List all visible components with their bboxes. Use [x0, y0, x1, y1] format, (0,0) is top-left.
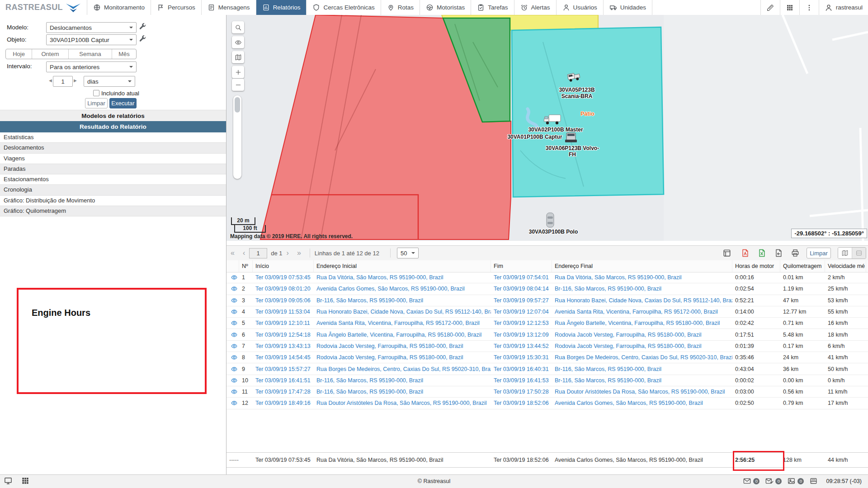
cell[interactable]: Br-116, São Marcos, RS 95190-000, Brazil [314, 389, 491, 395]
report-type-item[interactable]: Paradas [0, 164, 226, 174]
column-header[interactable]: Endereço Inicial [314, 260, 491, 272]
intervalo-select[interactable]: Para os anteriores [46, 61, 137, 72]
tab-relatorios[interactable]: Relatórios [256, 0, 307, 15]
row-view-eye-icon[interactable] [226, 389, 239, 395]
cell[interactable]: Ter 03/09/19 14:54:45 [253, 354, 314, 361]
cell[interactable]: Ter 03/09/19 17:50:28 [491, 389, 552, 395]
cell[interactable]: Ter 03/09/19 13:44:52 [491, 343, 552, 349]
cell[interactable]: Ter 03/09/19 09:57:27 [491, 297, 552, 304]
column-header[interactable]: Horas de motor [732, 260, 780, 272]
export-file-button[interactable] [774, 249, 783, 258]
cell[interactable]: Ter 03/09/19 11:53:04 [253, 309, 314, 315]
app-logo[interactable]: RASTREASUL [0, 0, 87, 15]
report-type-item[interactable]: Gráfico: Distribuição de Movimento [0, 196, 226, 206]
row-view-eye-icon[interactable] [226, 274, 239, 281]
tab-unidades[interactable]: Unidades [604, 0, 652, 15]
row-view-eye-icon[interactable] [226, 320, 239, 326]
cell[interactable]: Br-116, São Marcos, RS 95190-000, Brazil [314, 297, 491, 304]
storage-icon[interactable] [809, 477, 818, 485]
cell[interactable]: Ter 03/09/19 12:12:53 [491, 320, 552, 326]
cell[interactable]: Avenida Carlos Gomes, São Marcos, RS 951… [552, 400, 732, 406]
quick-range-ontem[interactable]: Ontem [32, 49, 69, 59]
cell[interactable]: Br-116, São Marcos, RS 95190-000, Brazil [552, 366, 732, 372]
export-excel-button[interactable] [757, 249, 766, 258]
tab-monitoramento[interactable]: Monitoramento [87, 0, 151, 15]
quick-range-semana[interactable]: Semana [69, 49, 112, 59]
row-view-eye-icon[interactable] [226, 332, 239, 338]
zoom-in-button[interactable] [232, 66, 244, 78]
row-view-eye-icon[interactable] [226, 297, 239, 304]
cell[interactable]: Br-116, São Marcos, RS 95190-000, Brazil [552, 377, 732, 384]
cell[interactable]: Ter 03/09/19 16:40:31 [491, 366, 552, 372]
first-page-button[interactable]: « [226, 249, 239, 257]
vehicle-marker-icon-polo[interactable] [546, 212, 555, 230]
map-search-button[interactable] [232, 21, 244, 33]
interval-count-input[interactable] [53, 76, 73, 87]
cell[interactable]: Ter 03/09/19 07:54:01 [491, 274, 552, 281]
column-header[interactable]: Nº [239, 260, 253, 272]
map-canvas[interactable]: 30VA05P123BScania-BRA30VA02P100B Master3… [226, 15, 868, 241]
column-header[interactable]: Fim [491, 260, 552, 272]
cell[interactable]: Ter 03/09/19 12:10:11 [253, 320, 314, 326]
cell[interactable]: Ter 03/09/19 08:01:20 [253, 286, 314, 292]
row-view-eye-icon[interactable] [226, 286, 239, 292]
map-view-toggle[interactable] [838, 248, 852, 258]
zoom-slider-thumb[interactable] [235, 97, 240, 113]
cell[interactable]: Rua Borges De Medeiros, Centro, Caxias D… [552, 354, 732, 361]
section-report-result[interactable]: Resultado do Relatório [0, 121, 226, 132]
cell[interactable]: Rua Doutor Aristóteles Da Rosa, São Marc… [552, 389, 732, 395]
mail-check-icon[interactable] [765, 477, 774, 485]
objeto-edit-wrench-icon[interactable] [138, 34, 147, 43]
cell[interactable]: Ter 03/09/19 17:47:28 [253, 389, 314, 395]
tab-rotas[interactable]: Rotas [381, 0, 420, 15]
split-view-toggle[interactable] [852, 248, 866, 258]
user-menu[interactable]: rastreasul [819, 0, 868, 15]
cell[interactable]: Ter 03/09/19 16:41:53 [491, 377, 552, 384]
row-view-eye-icon[interactable] [226, 343, 239, 349]
cell[interactable]: Ter 03/09/19 07:53:45 [253, 274, 314, 281]
mail-icon[interactable] [743, 477, 751, 485]
page-number-input[interactable] [249, 248, 267, 258]
page-size-select[interactable]: 50 [397, 248, 419, 258]
cell[interactable]: Ter 03/09/19 18:52:06 [491, 400, 552, 406]
cell[interactable]: Rodovia Jacob Versteg, Farroupilha, RS 9… [552, 343, 732, 349]
tab-mensagens[interactable]: Mensagens [202, 0, 256, 15]
cell[interactable]: Rodovia Jacob Versteg, Farroupilha, RS 9… [552, 332, 732, 338]
quick-range-hoje[interactable]: Hoje [6, 49, 32, 59]
column-header[interactable]: Endereço Final [552, 260, 732, 272]
section-report-models[interactable]: Modelos de relatórios [0, 110, 226, 121]
tab-percursos[interactable]: Percursos [151, 0, 202, 15]
tab-tarefas[interactable]: Tarefas [471, 0, 514, 15]
vehicle-marker-label-master[interactable]: 30VA02P100B Master [510, 127, 601, 133]
tab-alertas[interactable]: Alertas [514, 0, 557, 15]
cell[interactable]: Rodovia Jacob Versteg, Farroupilha, RS 9… [314, 354, 491, 361]
table-clear-button[interactable]: Limpar [807, 248, 831, 258]
tab-cercas-eletronicas[interactable]: Cercas Eletrônicas [307, 0, 381, 15]
report-type-item[interactable]: Gráfico: Quilometragem [0, 206, 226, 216]
measure-tool-button[interactable] [760, 0, 780, 15]
photo-icon[interactable] [787, 477, 796, 485]
cell[interactable]: Rua Da Vitória, São Marcos, RS 95190-000… [314, 274, 491, 281]
cell[interactable]: Rua Doutor Aristóteles Da Rosa, São Marc… [314, 400, 491, 406]
clear-button[interactable]: Limpar [85, 98, 108, 108]
cell[interactable]: Rua Borges De Medeiros, Centro, Caxias D… [314, 366, 491, 372]
cell[interactable]: Ter 03/09/19 18:49:16 [253, 400, 314, 406]
quick-range-mês[interactable]: Mês [112, 49, 136, 59]
column-header[interactable]: Velocidade mé [825, 260, 866, 272]
cell[interactable]: Br-116, São Marcos, RS 95190-000, Brazil [314, 377, 491, 384]
report-type-item[interactable]: Viagens [0, 154, 226, 164]
cell[interactable]: Ter 03/09/19 13:43:13 [253, 343, 314, 349]
map-visibility-button[interactable] [232, 36, 244, 48]
next-page-button[interactable]: › [283, 249, 293, 257]
interval-unit-select[interactable]: dias [84, 76, 135, 87]
cell[interactable]: Avenida Santa Rita, Vicentina, Farroupil… [552, 309, 732, 315]
prev-page-button[interactable]: ‹ [239, 249, 249, 257]
cell[interactable]: Ter 03/09/19 09:05:06 [253, 297, 314, 304]
vehicle-marker-label-volvo[interactable]: 30VA06P123B Volvo-FH [527, 145, 618, 158]
objeto-select[interactable]: 30VA01P100B Captur [46, 34, 137, 45]
cell[interactable]: Ter 03/09/19 12:07:04 [491, 309, 552, 315]
report-type-item[interactable]: Deslocamentos [0, 143, 226, 153]
cell[interactable]: Ter 03/09/19 15:57:27 [253, 366, 314, 372]
cell[interactable]: Br-116, São Marcos, RS 95190-000, Brazil [552, 286, 732, 292]
more-options-button[interactable] [799, 0, 819, 15]
